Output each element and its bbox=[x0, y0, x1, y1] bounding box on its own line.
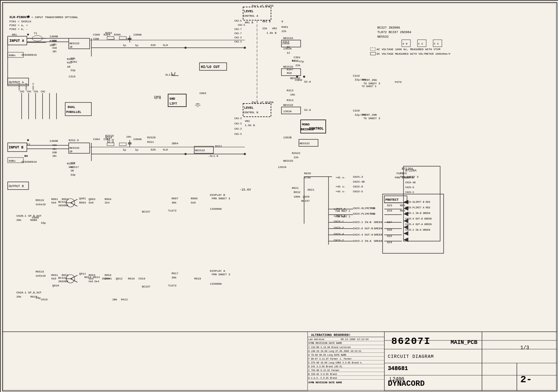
svg-text:D   241     3.3.95 Brand  (AS : D 241 3.3.95 Brand (AS D) bbox=[308, 366, 342, 368]
svg-text:B7126A: B7126A bbox=[405, 169, 417, 172]
svg-text:CIRCUIT  DIAGRAM: CIRCUIT DIAGRAM bbox=[388, 354, 434, 359]
svg-text:1μ: 1μ bbox=[123, 148, 126, 151]
svg-text:NE5532: NE5532 bbox=[283, 37, 293, 40]
svg-text:FUTO: FUTO bbox=[395, 80, 401, 84]
svg-text:R621: R621 bbox=[292, 186, 299, 190]
svg-text:CH2X-5: CH2X-5 bbox=[405, 191, 414, 194]
svg-text:Q401: Q401 bbox=[79, 197, 86, 200]
svg-text:LEVEL: LEVEL bbox=[244, 10, 254, 13]
svg-text:R301: R301 bbox=[281, 25, 288, 29]
svg-text:R2S20: R2S20 bbox=[147, 136, 156, 139]
svg-text:DUAL: DUAL bbox=[68, 106, 75, 109]
svg-text:H1B: H1B bbox=[52, 47, 57, 49]
svg-text:C304: C304 bbox=[93, 138, 100, 141]
svg-text:RED: RED bbox=[400, 204, 405, 207]
svg-text:R313: R313 bbox=[287, 89, 293, 92]
svg-text:12: 12 bbox=[287, 51, 290, 54]
svg-text:T1: T1 bbox=[34, 32, 37, 35]
svg-rect-403 bbox=[119, 143, 126, 146]
svg-text:R219: R219 bbox=[105, 136, 112, 139]
svg-text:Q620: Q620 bbox=[303, 195, 309, 198]
svg-text:R412: R412 bbox=[121, 298, 128, 301]
svg-text:10k: 10k bbox=[290, 93, 295, 96]
svg-text:PIN1 = SHIELD: PIN1 = SHIELD bbox=[9, 20, 31, 23]
svg-text:D621: D621 bbox=[308, 188, 314, 191]
svg-text:FUTO: FUTO bbox=[397, 172, 403, 175]
svg-text:FAN MEET 2: FAN MEET 2 bbox=[335, 210, 350, 213]
svg-point-376 bbox=[184, 47, 187, 49]
svg-text:1300B: 1300B bbox=[50, 139, 58, 143]
svg-text:CH2-3: CH2-3 bbox=[234, 40, 242, 43]
svg-text:0: 0 bbox=[281, 20, 283, 23]
svg-point-377 bbox=[184, 153, 187, 155]
svg-text:H3B: H3B bbox=[52, 151, 57, 154]
svg-text:CH2-3: CH2-3 bbox=[234, 133, 242, 136]
svg-text:DISPLAY B: DISPLAY B bbox=[210, 193, 225, 197]
svg-point-374 bbox=[244, 47, 246, 49]
svg-text:CH2: CH2 bbox=[41, 90, 45, 93]
svg-text:C320: C320 bbox=[353, 109, 360, 112]
svg-text:Q610: Q610 bbox=[52, 284, 59, 287]
svg-text:NE5532: NE5532 bbox=[283, 103, 293, 107]
svg-text:1μ: 1μ bbox=[135, 148, 138, 151]
svg-text:1/3: 1/3 bbox=[520, 345, 529, 351]
svg-text:6k8: 6k8 bbox=[287, 71, 292, 75]
svg-text:BC327    2N3986: BC327 2N3986 bbox=[377, 26, 400, 30]
svg-text:CH2-7: CH2-7 bbox=[234, 28, 242, 31]
svg-text:R313: R313 bbox=[287, 99, 293, 102]
svg-text:1k5k10: 1k5k10 bbox=[36, 274, 46, 277]
svg-text:0R1 B: 0R1 B bbox=[262, 20, 271, 23]
svg-text:PIN2 = a, +: PIN2 = a, + bbox=[9, 24, 28, 27]
svg-text:CH2X-PLIMIT A RED: CH2X-PLIMIT A RED bbox=[405, 206, 430, 209]
svg-text:VR2: VR2 bbox=[245, 120, 250, 123]
svg-text:CH2X-3: CH2X-3 bbox=[353, 175, 363, 178]
svg-text:CH2X-2  IN-A   GREEN: CH2X-2 IN-A GREEN bbox=[405, 229, 430, 231]
svg-text:18k: 18k bbox=[70, 57, 76, 60]
svg-text:CONTROL B: CONTROL B bbox=[243, 111, 258, 114]
svg-text:R603: R603 bbox=[79, 201, 86, 204]
svg-text:FRN SHEET 3: FRN SHEET 3 bbox=[212, 197, 230, 200]
svg-text:-15.6V: -15.6V bbox=[240, 188, 251, 192]
svg-text:CH2X-8: CH2X-8 bbox=[353, 185, 363, 188]
svg-text:+45 o-: +45 o- bbox=[335, 185, 346, 188]
svg-text:22p: 22p bbox=[70, 69, 76, 72]
svg-text:53-B: 53-B bbox=[154, 97, 161, 100]
svg-text:GND: GND bbox=[169, 97, 175, 101]
svg-text:2N3906: 2N3906 bbox=[58, 280, 68, 283]
svg-text:1I6000A: 1I6000A bbox=[210, 282, 222, 285]
svg-text:INPUT A: INPUT A bbox=[9, 39, 24, 43]
svg-text:PIN3 = b, -: PIN3 = b, - bbox=[9, 28, 28, 31]
svg-text:1302A: 1302A bbox=[282, 42, 290, 45]
svg-text:R632: R632 bbox=[294, 191, 300, 194]
svg-text:TL072: TL072 bbox=[168, 209, 176, 212]
svg-text:HI/LO CUT: HI/LO CUT bbox=[201, 65, 220, 69]
svg-text:CH2: CH2 bbox=[20, 90, 24, 93]
svg-text:NE5532: NE5532 bbox=[377, 35, 389, 39]
svg-text:1302-D: 1302-D bbox=[25, 83, 28, 91]
svg-text:S2-A: S2-A bbox=[304, 108, 311, 112]
svg-text:GREEN: GREEN bbox=[374, 233, 382, 236]
svg-text:CH2-5: CH2-5 bbox=[234, 20, 242, 22]
svg-text:R620: R620 bbox=[304, 172, 311, 175]
svg-text:SYMB  REVISION  DATE  NAME: SYMB REVISION DATE NAME bbox=[308, 381, 342, 384]
svg-text:+45 o-: +45 o- bbox=[335, 190, 346, 193]
svg-text:PARALLEL: PARALLEL bbox=[66, 110, 81, 114]
svg-text:33p: 33p bbox=[70, 173, 76, 176]
svg-text:1k5k10: 1k5k10 bbox=[36, 203, 46, 206]
svg-text:R2S2.6: R2S2.6 bbox=[69, 139, 79, 142]
svg-text:R6S4: R6S4 bbox=[105, 274, 111, 277]
svg-text:E   375-06  16.06  Long   CHKD: E 375-06 16.06 Long CHKD 3.3.95 Brand n. bbox=[308, 362, 363, 364]
svg-text:CH2-3: CH2-3 bbox=[234, 117, 242, 120]
svg-text:CH2X-4  OUT-A: CH2X-4 OUT-A bbox=[353, 233, 373, 236]
svg-text:BC337: BC337 bbox=[142, 285, 150, 288]
svg-text:A   n.a.h.  5.6.91 Brand: A n.a.h. 5.6.91 Brand bbox=[308, 377, 337, 379]
svg-text:C316: C316 bbox=[69, 75, 75, 78]
svg-text:CH2A-1  SP_B_OUT: CH2A-1 SP_B_OUT bbox=[16, 291, 42, 294]
svg-text:CH2X-9LIMIT B RED: CH2X-9LIMIT B RED bbox=[405, 201, 430, 203]
svg-text:-SL1-A: -SL1-A bbox=[208, 154, 218, 157]
svg-text:620: 620 bbox=[151, 148, 156, 151]
svg-text:R322: R322 bbox=[215, 145, 222, 148]
svg-text:10n: 10n bbox=[126, 135, 131, 138]
svg-text:11B1B: 11B1B bbox=[295, 79, 302, 82]
svg-text:2k4: 2k4 bbox=[105, 201, 110, 204]
